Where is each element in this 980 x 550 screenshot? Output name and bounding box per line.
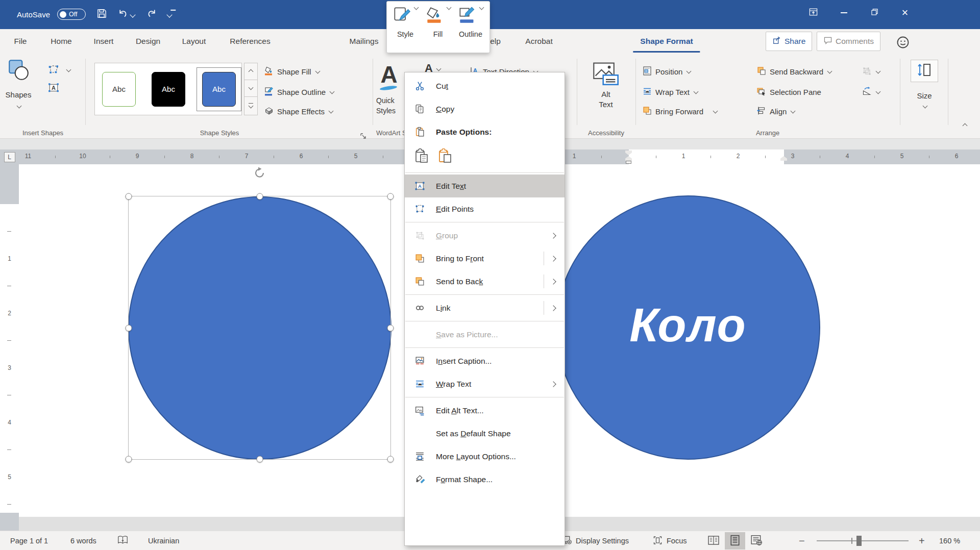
restore-button[interactable] <box>863 0 886 26</box>
shape-style-option-3-selected[interactable]: Abc <box>202 72 236 107</box>
zoom-out-button[interactable]: − <box>799 531 805 550</box>
resize-handle-s[interactable] <box>256 456 263 463</box>
paste-keep-formatting-button[interactable] <box>412 147 431 167</box>
selection-pane-button[interactable]: Selection Pane <box>756 86 821 98</box>
edit-shape-button[interactable] <box>47 64 60 78</box>
mini-fill-button[interactable]: Fill <box>422 6 454 53</box>
display-settings-button[interactable]: Display Settings <box>561 531 629 550</box>
comments-button[interactable]: Comments <box>817 32 880 51</box>
undo-button[interactable] <box>116 0 129 29</box>
shape-outline-button[interactable]: Shape Outline <box>264 86 334 98</box>
zoom-in-button[interactable]: + <box>919 531 925 550</box>
resize-handle-ne[interactable] <box>387 193 394 200</box>
vertical-ruler[interactable]: 12345 <box>0 164 19 531</box>
gallery-scroll-down-button[interactable] <box>244 80 258 97</box>
tab-references[interactable]: References <box>227 29 273 54</box>
read-mode-button[interactable] <box>703 532 724 549</box>
print-layout-button-active[interactable] <box>725 532 745 549</box>
resize-handle-w[interactable] <box>126 324 132 331</box>
mini-style-button[interactable]: Style <box>389 6 421 53</box>
tab-layout[interactable]: Layout <box>179 29 209 54</box>
tab-stop-selector[interactable]: L <box>4 152 15 162</box>
context-menu-item-cut[interactable]: Cut <box>405 74 565 97</box>
text-box-button[interactable]: A <box>47 82 60 96</box>
rotate-objects-button[interactable] <box>862 86 880 98</box>
context-menu-item-wrap-text[interactable]: Wrap Text <box>405 372 565 395</box>
size-button[interactable]: Size <box>910 60 939 120</box>
autosave-toggle[interactable]: Off <box>57 9 86 20</box>
shapes-button[interactable]: Shapes <box>0 54 37 118</box>
group-objects-button[interactable] <box>862 66 880 78</box>
collapse-ribbon-button[interactable] <box>962 121 967 131</box>
shape-fill-button[interactable]: Shape Fill <box>264 66 320 78</box>
ruler-tick <box>110 156 110 158</box>
word-count[interactable]: 6 words <box>70 531 96 550</box>
share-button[interactable]: Share <box>766 32 812 51</box>
position-button[interactable]: Position <box>642 66 691 78</box>
proofing-button[interactable] <box>117 531 128 550</box>
tab-design[interactable]: Design <box>133 29 163 54</box>
gallery-scroll-up-button[interactable] <box>244 63 258 80</box>
page-indicator[interactable]: Page 1 of 1 <box>10 531 48 550</box>
menu-item-label: Cut <box>436 82 448 91</box>
context-menu-item-edit-alt-text[interactable]: Edit Alt Text... <box>405 399 565 422</box>
rotate-handle[interactable] <box>253 166 266 180</box>
chevron-down-icon[interactable] <box>66 67 71 72</box>
context-menu-item-send-to-back[interactable]: Send to Back <box>405 270 565 293</box>
quick-styles-button[interactable]: A <box>378 62 400 88</box>
minimize-button[interactable] <box>832 0 855 26</box>
bring-forward-button[interactable]: Bring Forward <box>642 106 717 117</box>
send-backward-button[interactable]: Send Backward <box>756 66 831 78</box>
resize-handle-sw[interactable] <box>126 456 132 463</box>
resize-handle-e[interactable] <box>387 324 394 331</box>
resize-handle-nw[interactable] <box>126 193 132 200</box>
save-button[interactable] <box>95 0 108 29</box>
alt-text-button[interactable]: Alt Text <box>587 59 625 123</box>
tab-home[interactable]: Home <box>47 29 75 54</box>
tab-file[interactable]: File <box>11 29 30 54</box>
zoom-slider-handle[interactable] <box>856 536 862 546</box>
context-menu-item-bring-to-front[interactable]: Bring to Front <box>405 247 565 270</box>
shape-style-option-1[interactable]: Abc <box>102 72 136 107</box>
customize-quick-access-toolbar-button[interactable] <box>167 0 172 29</box>
zoom-percentage[interactable]: 160 % <box>939 531 960 550</box>
left-indent-marker[interactable] <box>626 161 631 164</box>
context-menu-item-insert-caption[interactable]: Insert Caption... <box>405 349 565 372</box>
context-menu-item-paste-options[interactable]: Paste Options: <box>405 120 565 143</box>
web-layout-button[interactable] <box>746 532 767 549</box>
paste-picture-button[interactable] <box>435 147 455 167</box>
redo-button[interactable] <box>145 0 158 29</box>
context-menu-item-format-shape[interactable]: Format Shape... <box>405 468 565 491</box>
group-divider <box>577 59 577 125</box>
tab-acrobat[interactable]: Acrobat <box>522 29 555 54</box>
ruler-tick <box>929 156 929 158</box>
ribbon-display-options-button[interactable] <box>801 0 825 26</box>
tab-insert[interactable]: Insert <box>91 29 117 54</box>
tab-shape-format[interactable]: Shape Format <box>637 29 696 54</box>
context-menu-item-edit-points[interactable]: Edit Points <box>405 197 565 220</box>
mini-outline-button[interactable]: Outline <box>455 6 486 53</box>
undo-dropdown[interactable] <box>131 0 135 29</box>
circle-shape-with-text[interactable]: Коло <box>556 195 820 460</box>
shape-effects-button[interactable]: Shape Effects <box>264 106 333 117</box>
context-menu-item-set-as-default-shape[interactable]: Set as Default Shape <box>405 422 565 445</box>
resize-handle-se[interactable] <box>387 456 394 463</box>
focus-button[interactable]: Focus <box>652 531 687 550</box>
resize-handle-n[interactable] <box>256 193 263 200</box>
align-button[interactable]: Align <box>756 106 795 117</box>
wrap-text-button[interactable]: Wrap Text <box>642 86 698 98</box>
zoom-slider-track[interactable] <box>817 540 909 541</box>
context-menu-item-link[interactable]: Link <box>405 296 565 319</box>
close-button[interactable]: × <box>893 0 917 26</box>
tab-mailings[interactable]: Mailings <box>347 29 382 54</box>
context-menu-item-more-layout-options[interactable]: More Layout Options... <box>405 445 565 468</box>
gallery-more-button[interactable] <box>244 96 258 115</box>
shape-style-option-2[interactable]: Abc <box>152 72 185 107</box>
ruler-tick <box>7 340 11 341</box>
context-menu-item-edit-text[interactable]: AEdit Text <box>405 174 565 197</box>
zoom-slider-notch <box>851 538 852 544</box>
edit-points-icon <box>413 204 426 215</box>
context-menu-item-copy[interactable]: Copy <box>405 97 565 120</box>
language-indicator[interactable]: Ukrainian <box>148 531 179 550</box>
feedback-smiley-button[interactable] <box>896 35 910 49</box>
